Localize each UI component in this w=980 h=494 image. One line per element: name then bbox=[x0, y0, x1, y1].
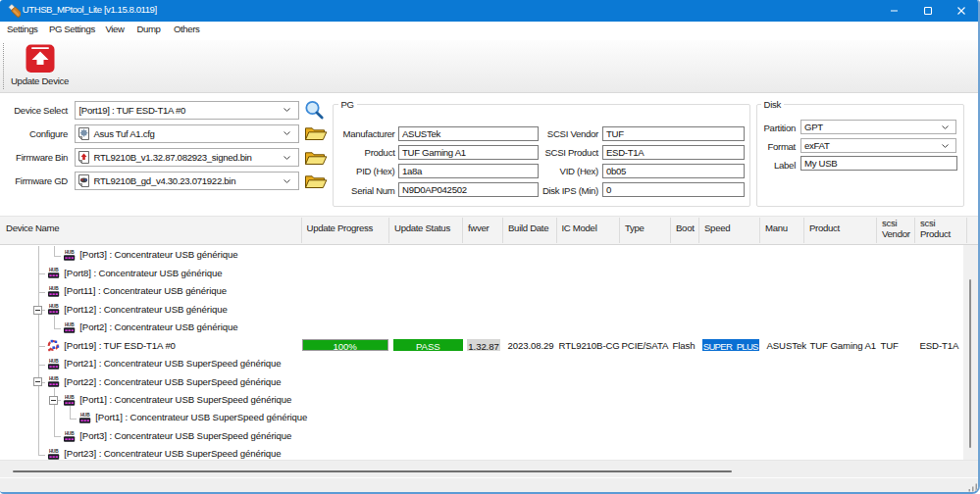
svg-text:HUB: HUB bbox=[80, 413, 90, 418]
svg-text:HUB: HUB bbox=[65, 250, 75, 255]
svg-text:HUB: HUB bbox=[49, 268, 59, 272]
svg-text:HUB: HUB bbox=[49, 304, 59, 309]
svg-text:HUB: HUB bbox=[65, 322, 75, 327]
svg-text:HUB: HUB bbox=[49, 359, 59, 364]
svg-text:HUB: HUB bbox=[65, 431, 75, 436]
svg-text:HUB: HUB bbox=[49, 449, 59, 454]
svg-text:HUB: HUB bbox=[49, 376, 59, 381]
svg-text:HUB: HUB bbox=[49, 286, 59, 291]
svg-text:HUB: HUB bbox=[65, 395, 75, 400]
